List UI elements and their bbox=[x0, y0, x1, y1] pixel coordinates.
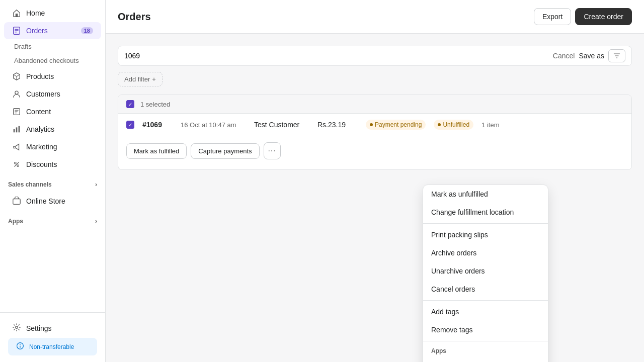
svg-rect-10 bbox=[14, 129, 15, 132]
abandoned-label: Abandoned checkouts bbox=[14, 57, 79, 64]
svg-point-14 bbox=[15, 162, 17, 164]
payment-status-dot bbox=[370, 123, 373, 126]
order-id[interactable]: #1069 bbox=[142, 121, 173, 129]
sidebar-item-content[interactable]: Content bbox=[4, 103, 101, 120]
payment-status-label: Payment pending bbox=[375, 121, 422, 128]
fulfillment-status-label: Unfulfilled bbox=[443, 121, 469, 128]
sidebar-item-discounts[interactable]: Discounts bbox=[4, 156, 101, 173]
sidebar-item-orders[interactable]: Orders 18 bbox=[4, 22, 101, 39]
svg-rect-11 bbox=[16, 127, 18, 132]
apps-label: Apps bbox=[8, 218, 23, 225]
dropdown-item-print-packing[interactable]: Print packing slips bbox=[423, 226, 548, 244]
table-selection-row: 1 selected bbox=[118, 95, 631, 114]
online-store-label: Online Store bbox=[26, 197, 65, 205]
sidebar: Home Orders 18 Drafts Abandoned checkout… bbox=[0, 0, 106, 362]
non-transferable-label: Non-transferable bbox=[29, 343, 74, 350]
order-date: 16 Oct at 10:47 am bbox=[181, 121, 246, 129]
svg-point-5 bbox=[15, 91, 18, 94]
dropdown-divider-3 bbox=[423, 341, 548, 341]
home-icon bbox=[12, 9, 21, 18]
main-header: Orders Export Create order bbox=[106, 0, 644, 34]
marketing-label: Marketing bbox=[26, 143, 57, 151]
header-actions: Export Create order bbox=[534, 8, 632, 25]
add-filter-label: Add filter bbox=[124, 75, 150, 83]
drafts-label: Drafts bbox=[14, 43, 32, 50]
export-button[interactable]: Export bbox=[534, 8, 571, 25]
products-label: Products bbox=[26, 72, 54, 80]
order-customer: Test Customer bbox=[254, 121, 309, 129]
dropdown-menu: Mark as unfulfilled Change fulfillment l… bbox=[423, 185, 548, 362]
svg-rect-17 bbox=[13, 199, 20, 205]
orders-table: 1 selected #1069 16 Oct at 10:47 am Test… bbox=[118, 95, 632, 170]
customers-label: Customers bbox=[26, 90, 60, 98]
dropdown-app-print-air-waybill[interactable]: Print Air Waybill - Sonic (Trax) bbox=[423, 356, 548, 362]
filter-input[interactable] bbox=[124, 52, 549, 60]
settings-label: Settings bbox=[26, 324, 52, 332]
svg-rect-0 bbox=[16, 14, 18, 17]
sales-channels-label: Sales channels bbox=[8, 181, 52, 188]
add-filter-button[interactable]: Add filter + bbox=[118, 72, 163, 86]
select-all-checkbox[interactable] bbox=[126, 100, 134, 108]
online-store-icon bbox=[12, 197, 21, 206]
order-items: 1 item bbox=[481, 121, 499, 129]
info-icon bbox=[16, 342, 24, 351]
home-label: Home bbox=[26, 9, 45, 17]
sidebar-item-products[interactable]: Products bbox=[4, 68, 101, 85]
mark-fulfilled-button[interactable]: Mark as fulfilled bbox=[126, 143, 187, 159]
dropdown-item-cancel-orders[interactable]: Cancel orders bbox=[423, 280, 548, 298]
more-actions-button[interactable]: ··· bbox=[264, 142, 281, 159]
sidebar-item-drafts[interactable]: Drafts bbox=[14, 40, 101, 53]
settings-icon bbox=[12, 323, 21, 333]
sales-channels-header[interactable]: Sales channels › bbox=[0, 177, 105, 192]
orders-icon bbox=[12, 26, 21, 35]
analytics-label: Analytics bbox=[26, 125, 54, 133]
page-title: Orders bbox=[118, 11, 151, 23]
dropdown-apps-section-label: Apps bbox=[423, 343, 548, 356]
svg-rect-12 bbox=[19, 126, 20, 133]
sales-channels-expand-icon: › bbox=[95, 181, 97, 188]
marketing-icon bbox=[12, 142, 21, 151]
dropdown-item-unarchive-orders[interactable]: Unarchive orders bbox=[423, 262, 548, 280]
dropdown-item-archive-orders[interactable]: Archive orders bbox=[423, 244, 548, 262]
sidebar-item-settings[interactable]: Settings bbox=[4, 319, 101, 337]
filter-saveas-button[interactable]: Save as bbox=[579, 52, 604, 60]
filter-actions: Cancel Save as bbox=[553, 49, 625, 62]
sidebar-non-transferable[interactable]: Non-transferable bbox=[8, 338, 97, 355]
svg-rect-13 bbox=[14, 146, 16, 148]
payment-status-badge: Payment pending bbox=[366, 120, 426, 130]
selected-count: 1 selected bbox=[140, 101, 170, 108]
order-amount: Rs.23.19 bbox=[317, 121, 358, 129]
content-label: Content bbox=[26, 108, 51, 116]
sidebar-item-abandoned[interactable]: Abandoned checkouts bbox=[14, 54, 101, 67]
discounts-label: Discounts bbox=[26, 160, 57, 168]
dropdown-item-change-location[interactable]: Change fulfillment location bbox=[423, 203, 548, 221]
sidebar-item-analytics[interactable]: Analytics bbox=[4, 121, 101, 138]
dropdown-item-remove-tags[interactable]: Remove tags bbox=[423, 321, 548, 339]
more-icon: ··· bbox=[268, 146, 276, 155]
dropdown-item-add-tags[interactable]: Add tags bbox=[423, 303, 548, 321]
fulfillment-status-badge: Unfulfilled bbox=[434, 120, 473, 130]
row-checkbox[interactable] bbox=[126, 121, 134, 129]
sidebar-item-customers[interactable]: Customers bbox=[4, 85, 101, 103]
customers-icon bbox=[12, 89, 21, 99]
main-content: Cancel Save as Add filter + 1 selected #… bbox=[106, 34, 644, 362]
svg-point-18 bbox=[16, 326, 18, 329]
dropdown-divider-2 bbox=[423, 300, 548, 301]
sort-button[interactable] bbox=[608, 49, 625, 62]
orders-label: Orders bbox=[26, 27, 48, 35]
add-filter-plus: + bbox=[152, 75, 156, 83]
create-order-button[interactable]: Create order bbox=[575, 8, 632, 25]
action-toolbar-row: Mark as fulfilled Capture payments ··· bbox=[118, 136, 631, 169]
svg-point-20 bbox=[20, 344, 21, 345]
sidebar-item-home[interactable]: Home bbox=[4, 5, 101, 22]
capture-payments-button[interactable]: Capture payments bbox=[191, 143, 259, 159]
filter-cancel-button[interactable]: Cancel bbox=[553, 52, 575, 60]
sidebar-item-marketing[interactable]: Marketing bbox=[4, 138, 101, 155]
products-icon bbox=[12, 72, 21, 81]
discounts-icon bbox=[12, 160, 21, 169]
table-row: #1069 16 Oct at 10:47 am Test Customer R… bbox=[118, 114, 631, 136]
dropdown-item-mark-unfulfilled[interactable]: Mark as unfulfilled bbox=[423, 185, 548, 203]
apps-header[interactable]: Apps › bbox=[0, 214, 105, 229]
sidebar-item-online-store[interactable]: Online Store bbox=[4, 193, 101, 210]
content-icon bbox=[12, 107, 21, 116]
